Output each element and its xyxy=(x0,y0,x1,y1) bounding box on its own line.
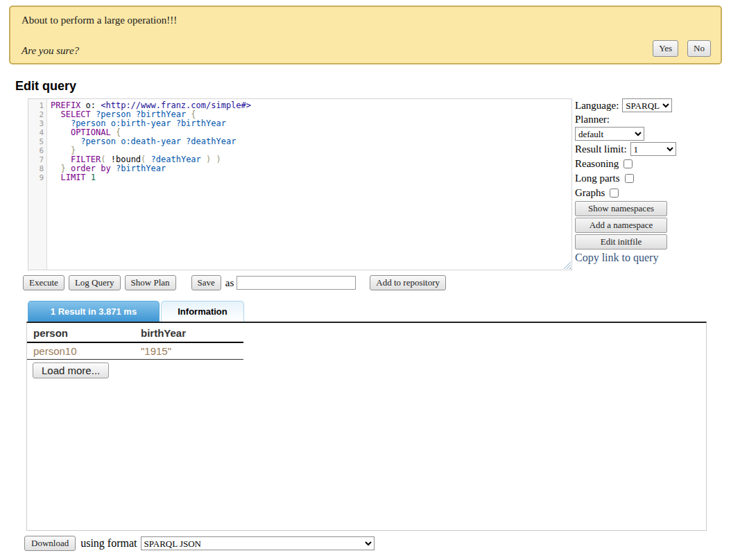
editor-code[interactable]: PREFIX o: <http://www.franz.com/simple#>… xyxy=(47,99,251,270)
line-number: 9 xyxy=(28,173,44,182)
result-resource-link[interactable]: person10 xyxy=(27,342,135,360)
graphs-checkbox[interactable] xyxy=(610,189,619,198)
edit-initfile-button[interactable]: Edit initfile xyxy=(575,234,667,250)
query-editor[interactable]: 123456789 PREFIX o: <http://www.franz.co… xyxy=(28,98,572,270)
tab-results[interactable]: 1 Result in 3.871 ms xyxy=(28,301,160,322)
execute-button[interactable]: Execute xyxy=(23,275,64,290)
line-number: 4 xyxy=(28,128,44,137)
add-to-repository-button[interactable]: Add to repository xyxy=(370,275,446,290)
add-namespace-button[interactable]: Add a namespace xyxy=(575,218,667,233)
planner-select[interactable]: default xyxy=(575,127,644,141)
yes-button[interactable]: Yes xyxy=(653,40,678,57)
download-format-select[interactable]: SPARQL JSON xyxy=(141,536,375,550)
long-parts-label: Long parts xyxy=(575,173,620,184)
line-number: 2 xyxy=(28,110,44,119)
page-title: Edit query xyxy=(15,79,731,94)
table-row: person10"1915" xyxy=(27,342,243,360)
save-button[interactable]: Save xyxy=(191,275,221,290)
save-as-label: as xyxy=(225,277,234,289)
language-label: Language: xyxy=(575,100,619,112)
show-plan-button[interactable]: Show Plan xyxy=(125,275,176,290)
line-number: 3 xyxy=(28,119,44,128)
results-panel: personbirthYear person10"1915" Load more… xyxy=(26,322,707,531)
language-select[interactable]: SPARQL xyxy=(622,98,672,112)
save-name-input[interactable] xyxy=(237,276,356,290)
editor-gutter: 123456789 xyxy=(28,99,47,270)
column-header: person xyxy=(27,324,135,342)
results-header-row: personbirthYear xyxy=(27,324,243,342)
log-query-button[interactable]: Log Query xyxy=(69,275,121,290)
line-number: 6 xyxy=(28,146,44,155)
result-limit-select[interactable]: 1 xyxy=(630,142,676,156)
download-button[interactable]: Download xyxy=(24,536,76,551)
reasoning-checkbox[interactable] xyxy=(624,159,633,168)
result-limit-label: Result limit: xyxy=(575,143,627,155)
line-number: 7 xyxy=(28,155,44,164)
line-number: 8 xyxy=(28,164,44,173)
graphs-label: Graphs xyxy=(575,187,605,199)
tab-information[interactable]: Information xyxy=(161,301,244,322)
code-line[interactable]: LIMIT 1 xyxy=(51,173,251,182)
resize-handle-icon[interactable] xyxy=(563,261,571,269)
long-parts-checkbox[interactable] xyxy=(625,174,634,183)
banner-message: About to perform a large operation!!! xyxy=(22,15,711,26)
banner-question: Are you sure? xyxy=(22,45,79,57)
no-button[interactable]: No xyxy=(687,40,711,57)
planner-label: Planner: xyxy=(575,114,610,125)
line-number: 5 xyxy=(28,137,44,146)
show-namespaces-button[interactable]: Show namespaces xyxy=(575,201,667,216)
result-value: "1915" xyxy=(135,342,243,360)
reasoning-label: Reasoning xyxy=(575,158,619,170)
large-operation-banner: About to perform a large operation!!! Ar… xyxy=(9,6,722,64)
line-number: 1 xyxy=(28,101,44,110)
code-line[interactable]: ?person o:death-year ?deathYear xyxy=(51,137,251,146)
results-table: personbirthYear person10"1915" xyxy=(27,324,243,360)
copy-link-to-query[interactable]: Copy link to query xyxy=(575,252,729,264)
column-header: birthYear xyxy=(135,324,243,342)
using-format-label: using format xyxy=(80,537,137,550)
load-more-button[interactable]: Load more... xyxy=(33,362,109,378)
